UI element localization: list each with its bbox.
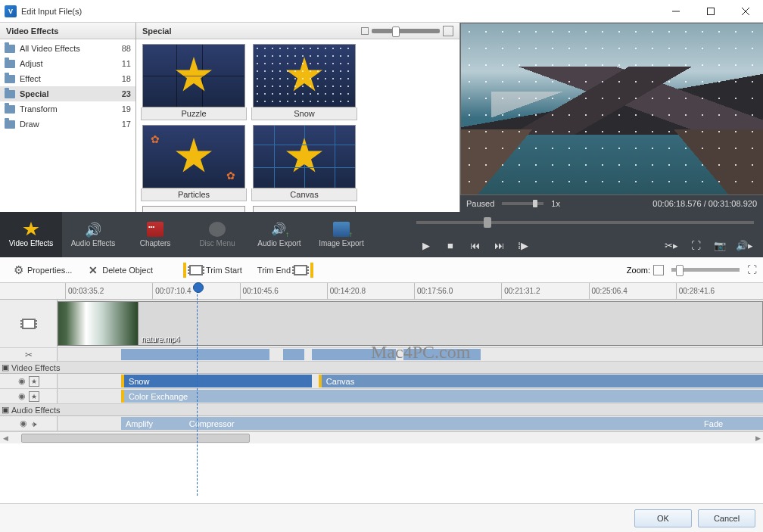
film-icon — [22, 319, 36, 329]
category-adjust[interactable]: Adjust11 — [0, 56, 135, 71]
visibility-toggle[interactable] — [18, 391, 26, 401]
category-all-video-effects[interactable]: All Video Effects88 — [0, 41, 135, 56]
main-toolbar: Video Effects Audio Effects Chapters Dis… — [0, 212, 763, 257]
effect-clip-compressor[interactable]: Compressor — [185, 417, 699, 430]
chapters-icon — [147, 222, 164, 237]
cut-segment[interactable] — [283, 349, 304, 360]
preview-speed-slider[interactable] — [502, 202, 543, 205]
playback-time: 00:06:18.576 / 00:31:08.920 — [652, 199, 757, 208]
effect-clip-canvas[interactable]: Canvas — [319, 375, 763, 387]
delete-icon — [87, 264, 99, 276]
cancel-button[interactable]: Cancel — [698, 509, 755, 527]
playhead[interactable] — [197, 283, 198, 496]
next-frame-button[interactable]: ⏭ — [489, 236, 509, 254]
timeline-horizontal-scrollbar[interactable]: ◀ ▶ — [0, 431, 763, 443]
folder-icon — [5, 45, 15, 53]
app-icon: V — [5, 5, 17, 17]
effect-clip-color-exchange[interactable]: Color Exchange — [121, 390, 763, 403]
effect-type-icon — [29, 391, 39, 402]
cut-button[interactable]: ✂▸ — [662, 236, 681, 254]
image-export-icon — [333, 222, 350, 237]
video-fx-track-2: Color Exchange — [0, 389, 763, 404]
video-effects-group-header[interactable]: ▣Video Effects — [0, 362, 763, 374]
scrollbar-thumb[interactable] — [21, 434, 250, 443]
folder-icon — [5, 75, 15, 83]
effect-thumb-snow[interactable]: Snow — [251, 44, 357, 120]
zoom-slider[interactable] — [671, 268, 740, 272]
zoom-fit-icon[interactable] — [747, 264, 757, 275]
thumb-size-slider[interactable] — [372, 29, 440, 33]
preview-scrubber[interactable] — [416, 221, 754, 224]
film-icon — [189, 265, 203, 275]
audio-effects-group-header[interactable]: ▣Audio Effects — [0, 404, 763, 416]
effect-clip-snow[interactable]: Snow — [121, 375, 312, 387]
playback-status: Paused — [466, 199, 494, 208]
cut-segment[interactable] — [312, 349, 397, 360]
visibility-toggle[interactable] — [20, 418, 27, 428]
tab-chapters[interactable]: Chapters — [124, 212, 186, 257]
volume-button[interactable]: 🔊▸ — [734, 236, 754, 254]
category-draw[interactable]: Draw17 — [0, 117, 135, 132]
clip-thumbnail — [58, 302, 139, 345]
title-bar: V Edit Input File(s) — [0, 0, 763, 23]
tab-image-export[interactable]: Image Export — [310, 212, 372, 257]
visibility-toggle[interactable] — [18, 376, 26, 386]
play-button[interactable]: ▶ — [416, 236, 436, 254]
thumb-size-large-icon[interactable] — [443, 26, 453, 36]
cut-track — [0, 348, 763, 362]
svg-rect-1 — [708, 8, 715, 14]
effect-clip-fade[interactable]: Fade — [699, 417, 763, 430]
scissors-icon — [0, 348, 58, 361]
close-button[interactable] — [728, 0, 763, 23]
maximize-button[interactable] — [693, 0, 728, 23]
stop-button[interactable]: ■ — [441, 236, 460, 254]
properties-button[interactable]: Properties... — [6, 260, 78, 280]
scroll-left-arrow[interactable]: ◀ — [0, 433, 11, 443]
prev-frame-button[interactable]: ⏮ — [465, 236, 484, 254]
effect-type-icon — [29, 376, 39, 387]
zoom-label: Zoom: — [627, 266, 650, 275]
category-transform[interactable]: Transform19 — [0, 101, 135, 117]
playback-section-button[interactable]: ⁞▶ — [513, 236, 533, 254]
effects-thumbnail-panel: Special Puzzle Snow Particles Canvas — [136, 23, 460, 212]
time-ruler[interactable]: 00:03:35.2 00:07:10.4 00:10:45.6 00:14:2… — [0, 283, 763, 300]
cut-segment[interactable] — [403, 349, 481, 360]
timeline-toolbar: Properties... Delete Object Trim Start T… — [0, 257, 763, 283]
minimize-button[interactable] — [659, 0, 693, 23]
preview-image[interactable] — [460, 23, 763, 195]
tab-audio-effects[interactable]: Audio Effects — [62, 212, 124, 257]
scroll-right-arrow[interactable]: ▶ — [752, 433, 763, 443]
effect-thumb-puzzle[interactable]: Puzzle — [141, 44, 247, 120]
tab-audio-export[interactable]: Audio Export — [248, 212, 310, 257]
category-special[interactable]: Special23 — [0, 86, 135, 101]
disc-icon — [209, 222, 226, 237]
zoom-out-icon[interactable] — [653, 265, 664, 275]
effect-thumb-more[interactable] — [141, 206, 247, 212]
audio-fx-track-1: Amplify Compressor Fade — [0, 416, 763, 431]
effect-thumb-particles[interactable]: Particles — [141, 125, 247, 201]
video-clip[interactable]: nature.mp4 — [58, 301, 763, 346]
effect-thumb-more[interactable] — [251, 206, 357, 212]
audio-export-icon — [271, 222, 288, 237]
thumb-size-small-icon[interactable] — [361, 27, 369, 35]
effect-thumb-canvas[interactable]: Canvas — [251, 125, 357, 201]
effect-clip-amplify[interactable]: Amplify — [121, 417, 185, 430]
sidebar-header: Video Effects — [0, 23, 135, 39]
snapshot-button[interactable]: 📷 — [710, 236, 730, 254]
folder-icon — [5, 120, 15, 129]
ok-button[interactable]: OK — [634, 509, 692, 527]
trim-start-button[interactable]: Trim Start — [177, 260, 248, 280]
fullscreen-button[interactable]: ⛶ — [686, 236, 705, 254]
trim-end-button[interactable]: Trim End — [251, 260, 319, 280]
trim-start-icon — [183, 263, 186, 278]
clip-filename: nature.mp4 — [139, 335, 180, 344]
video-track: nature.mp4 — [0, 300, 763, 348]
delete-object-button[interactable]: Delete Object — [81, 260, 159, 280]
window-title: Edit Input File(s) — [21, 7, 659, 16]
cut-segment[interactable] — [121, 349, 269, 360]
film-icon — [294, 265, 307, 275]
category-effect[interactable]: Effect18 — [0, 71, 135, 86]
tab-video-effects[interactable]: Video Effects — [0, 212, 62, 257]
folder-icon — [5, 90, 15, 98]
trim-end-icon — [310, 263, 313, 278]
